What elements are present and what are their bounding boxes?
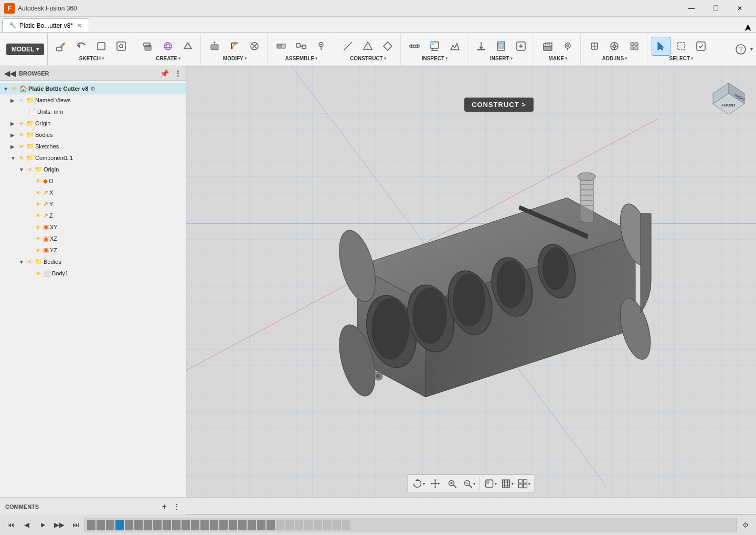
comments-resize-handle[interactable]: ⋮ [173,502,180,511]
timeline-marker-19[interactable] [257,520,265,530]
timeline-marker-13[interactable] [200,520,209,530]
modify-fillet-icon[interactable] [225,37,244,56]
model-mode-btn[interactable]: MODEL ▾ [3,34,48,65]
timeline-marker-15[interactable] [219,520,228,530]
assemble-2-icon[interactable] [292,37,311,56]
select-extra-icon[interactable] [691,37,710,56]
tree-item-root[interactable]: ▼ 👁 🏠 Platic Bottle Cutter v8 ⚙ [0,83,186,94]
browser-resize-handle[interactable]: ⋮ [172,69,182,78]
tree-item-bodies-1[interactable]: ▶ 👁 📁 Bodies [0,129,186,141]
addins-1-icon[interactable] [585,37,604,56]
insert-label[interactable]: INSERT ▾ [490,56,513,61]
timeline-marker-28[interactable] [342,520,350,530]
insert-3-icon[interactable] [512,37,530,56]
play-btn[interactable]: ▶▶ [52,518,67,532]
tree-eye-xy[interactable]: 👁 [36,224,41,230]
timeline-marker-10[interactable] [172,520,180,530]
3d-model[interactable] [294,145,683,418]
help-arrow[interactable]: ▾ [750,46,753,52]
restore-btn[interactable]: ❐ [704,0,728,17]
tree-eye[interactable]: 👁 [19,98,24,103]
timeline-marker-17[interactable] [238,520,247,530]
tree-eye-body1[interactable]: 👁 [36,271,41,276]
modify-label[interactable]: MODIFY ▾ [223,56,247,61]
tree-settings-root[interactable]: ⚙ [90,85,95,92]
assemble-3-icon[interactable] [312,37,331,56]
nav-viewports-btn[interactable]: ▾ [517,476,531,491]
tree-item-bodies-2[interactable]: ▼ 👁 📁 Bodies [0,256,186,268]
tree-eye-yz[interactable]: 👁 [36,248,41,253]
tree-item-o[interactable]: 👁 ◆ O [0,175,186,187]
make-label[interactable]: MAKE ▾ [549,56,567,61]
modify-extra-icon[interactable] [245,37,264,56]
create-label[interactable]: CREATE ▾ [156,56,180,61]
select-box-icon[interactable] [672,37,690,56]
tree-item-yz[interactable]: 👁 ▣ YZ [0,244,186,256]
tree-item-body1[interactable]: 👁 ⬜ Body1 [0,268,186,279]
sketch-square-icon[interactable] [92,37,111,56]
document-tab[interactable]: 🔧 Platic Bo...utter v8* ✕ [2,18,89,32]
tree-eye-origin[interactable]: 👁 [19,121,24,126]
addins-label[interactable]: ADD-INS ▾ [602,56,627,61]
tree-item-z[interactable]: 👁 ↗ Z [0,210,186,221]
timeline-marker-11[interactable] [182,520,190,530]
step-back-btn[interactable]: ◀ [19,518,34,532]
nav-grid-btn[interactable]: ▾ [500,476,515,491]
insert-1-icon[interactable] [472,37,491,56]
end-btn[interactable]: ⏭ [68,518,83,532]
nav-zoom-fit-btn[interactable] [445,476,460,491]
tree-item-origin-1[interactable]: ▶ 👁 📁 Origin [0,117,186,129]
close-btn[interactable]: ✕ [728,0,752,17]
assemble-label[interactable]: ASSEMBLE ▾ [285,56,318,61]
timeline-marker-22[interactable] [285,520,294,530]
viewport[interactable]: CONSTRUCT > FRONT RIGHT ▾ [186,66,756,497]
timeline-settings-btn[interactable]: ⚙ [738,518,753,532]
addins-3-icon[interactable] [625,37,644,56]
timeline-marker-23[interactable] [295,520,303,530]
addins-2-icon[interactable] [605,37,624,56]
insert-2-icon[interactable] [492,37,510,56]
tree-eye-z[interactable]: 👁 [36,213,41,219]
timeline-marker-6[interactable] [134,520,143,530]
timeline-marker-18[interactable] [248,520,256,530]
tree-eye-origin-2[interactable]: 👁 [27,167,33,173]
timeline-marker-9[interactable] [163,520,171,530]
timeline-marker-16[interactable] [229,520,237,530]
tab-close-btn[interactable]: ✕ [76,22,82,29]
minimize-btn[interactable]: — [679,0,704,17]
timeline-marker-20[interactable] [267,520,275,530]
timeline-marker-2[interactable] [97,520,105,530]
timeline-marker-26[interactable] [323,520,332,530]
timeline-marker-7[interactable] [144,520,152,530]
tree-item-x[interactable]: 👁 ↗ X [0,187,186,198]
tree-item-sketches[interactable]: ▶ 👁 📁 Sketches [0,141,186,152]
sketch-undo-icon[interactable] [72,37,91,56]
comments-add-btn[interactable]: + [162,502,167,511]
timeline-marker-21[interactable] [276,520,284,530]
create-extra-icon[interactable] [178,37,197,56]
tree-eye-component1[interactable]: 👁 [19,155,24,161]
browser-back-btn[interactable]: ◀◀ [4,69,16,78]
tree-item-xz[interactable]: 👁 ▣ XZ [0,233,186,244]
construct-3-icon[interactable] [378,37,397,56]
sketch-label[interactable]: SKETCH ▾ [79,56,104,61]
modify-press-pull-icon[interactable] [205,37,224,56]
select-icon[interactable] [652,37,670,56]
tree-item-units[interactable]: 📄 Units: mm [0,106,186,117]
rewind-btn[interactable]: ⏮ [3,518,18,532]
timeline-marker-27[interactable] [333,520,341,530]
browser-pin-btn[interactable]: 📌 [160,69,169,78]
select-label[interactable]: SELECT ▾ [669,56,693,61]
nav-pan-btn[interactable] [428,476,443,491]
sketch-extra-icon[interactable] [112,37,131,56]
create-revolve-icon[interactable] [158,37,177,56]
tree-eye-o[interactable]: 👁 [36,178,41,184]
tree-item-origin-2[interactable]: ▼ 👁 📁 Origin [0,164,186,175]
step-fwd-btn[interactable]: ▶ [36,518,50,532]
timeline-marker-5[interactable] [125,520,133,530]
make-2-icon[interactable] [558,37,577,56]
viewcube[interactable]: FRONT RIGHT [702,72,750,120]
help-btn[interactable]: ? [731,40,750,59]
timeline-marker-3[interactable] [106,520,114,530]
timeline-marker-1[interactable] [87,520,95,530]
